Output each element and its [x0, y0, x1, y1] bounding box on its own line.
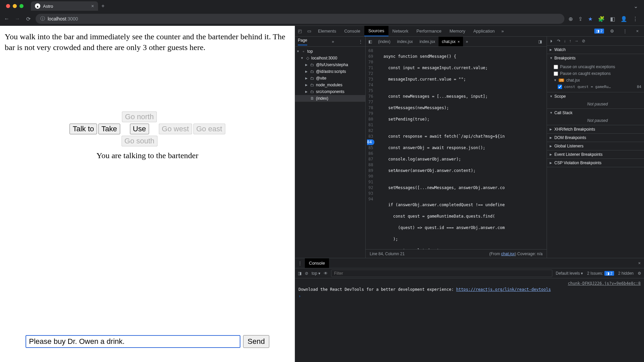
tree-host[interactable]: ▼◇localhost:3000 [295, 55, 365, 61]
tree-astro-scripts[interactable]: ▶🗀@id/astro:scripts [295, 68, 365, 75]
browser-tab[interactable]: ▲ Astro × [31, 1, 98, 11]
issues-badge[interactable]: ◨ 2 [594, 29, 604, 34]
tab-elements[interactable]: Elements [314, 26, 340, 36]
xhr-section[interactable]: ▶XHR/fetch Breakpoints [547, 125, 644, 133]
tab-sources[interactable]: Sources [364, 26, 388, 36]
forward-button[interactable]: → [14, 16, 21, 22]
tree-vite[interactable]: ▶🗀@vite [295, 75, 365, 82]
go-east-button[interactable]: Go east [193, 124, 225, 134]
console-sidebar-icon[interactable]: ◨ [298, 271, 302, 276]
use-button[interactable]: Use [130, 124, 149, 134]
devtools-menu-icon[interactable]: ⋮ [620, 29, 630, 34]
clear-console-icon[interactable]: ⊘ [305, 271, 308, 276]
scope-section[interactable]: ▼Scope [547, 92, 644, 100]
back-button[interactable]: ← [3, 16, 10, 22]
console-filter-input[interactable] [331, 270, 552, 277]
tab-memory[interactable]: Memory [446, 26, 469, 36]
tab-close-icon[interactable]: × [91, 3, 94, 9]
csp-bp-section[interactable]: ▶CSP Violation Breakpoints [547, 159, 644, 167]
go-north-button[interactable]: Go north [122, 111, 157, 122]
event-bp-section[interactable]: ▶Event Listener Breakpoints [547, 150, 644, 159]
dom-bp-section[interactable]: ▶DOM Breakpoints [547, 134, 644, 142]
tab-console[interactable]: Console [340, 26, 364, 36]
code-content[interactable]: async function sendMessage() { const inp… [376, 47, 547, 249]
more-editor-tabs-icon[interactable]: » [463, 39, 471, 44]
go-south-button[interactable]: Go south [122, 136, 157, 146]
source-file-link[interactable]: chat.jsx [501, 252, 515, 256]
tree-top[interactable]: ▼▫top [295, 48, 365, 55]
console-body[interactable]: chunk-DFKQJ226.js?v=9e6b4e8c:8 Download … [295, 278, 644, 362]
editor-tab-index[interactable]: (index) [375, 37, 394, 46]
resume-icon[interactable]: ⏵ [550, 39, 554, 43]
take-button[interactable]: Take [98, 124, 120, 134]
settings-icon[interactable]: ⚙ [607, 29, 617, 34]
react-devtools-link[interactable]: https://reactjs.org/link/react-devtools [456, 287, 551, 292]
inspect-icon[interactable]: ◰ [295, 29, 305, 34]
go-west-button[interactable]: Go west [159, 124, 192, 134]
tree-node-modules[interactable]: ▶🗀node_modules [295, 82, 365, 88]
tab-performance[interactable]: Performance [412, 26, 445, 36]
game-message-input[interactable] [26, 335, 240, 348]
profile-icon[interactable]: 👤 [620, 16, 627, 22]
breakpoints-section[interactable]: ▼Breakpoints [547, 54, 644, 62]
window-minimize-icon[interactable] [13, 4, 17, 8]
issues-count[interactable]: 2 Issues: ◨ 2 [587, 271, 614, 276]
pause-caught-checkbox[interactable] [554, 72, 558, 76]
extensions-icon[interactable]: 🧩 [598, 16, 605, 22]
toggle-nav-icon[interactable]: ◧ [366, 39, 375, 44]
breakpoint-file[interactable]: ▼JSchat.jsx [554, 77, 641, 84]
share-icon[interactable]: ⇪ [578, 16, 583, 22]
breakpoint-checkbox[interactable] [558, 85, 562, 89]
more-subtabs-icon[interactable]: » [332, 39, 334, 44]
menu-icon[interactable]: ⋮ [633, 16, 638, 22]
editor-tab-chatjsx[interactable]: chat.jsx× [439, 37, 463, 46]
console-prompt-icon[interactable]: › [298, 292, 641, 300]
close-drawer-icon[interactable]: × [635, 261, 644, 266]
pause-uncaught-checkbox[interactable] [554, 65, 558, 69]
console-context[interactable]: top ▾ [312, 271, 320, 276]
window-maximize-icon[interactable] [19, 4, 24, 8]
tab-application[interactable]: Application [469, 26, 499, 36]
log-levels-dropdown[interactable]: Default levels ▾ [556, 271, 583, 276]
code-editor[interactable]: 68697071 72737475 76777879 80818283 8485… [366, 47, 547, 249]
breakpoint-entry[interactable]: const quest = gameRu…84 [554, 84, 641, 90]
step-icon[interactable]: → [574, 39, 579, 43]
page-subtab[interactable]: Page [298, 38, 307, 45]
console-drawer-tab[interactable]: Console [305, 258, 329, 268]
tab-dropdown-icon[interactable]: ⌄ [634, 3, 641, 9]
line-gutter[interactable]: 68697071 72737475 76777879 80818283 8485… [366, 47, 376, 249]
close-tab-icon[interactable]: × [458, 40, 460, 44]
editor-tab-indexjsx2[interactable]: index.jsx [416, 37, 439, 46]
tab-network[interactable]: Network [388, 26, 413, 36]
hidden-count[interactable]: 2 hidden [618, 271, 634, 276]
tree-src-components[interactable]: ▶🗀src/components [295, 88, 365, 95]
site-info-icon[interactable]: ⓘ [40, 16, 45, 22]
deactivate-bp-icon[interactable]: ⊘ [582, 39, 585, 43]
device-icon[interactable]: ▭ [305, 29, 314, 34]
console-settings-icon[interactable]: ⚙ [638, 271, 641, 276]
tree-fs[interactable]: ▶🗀@fs/Users/stepha [295, 61, 365, 68]
step-over-icon[interactable]: ↷ [557, 39, 560, 43]
live-expression-icon[interactable]: 👁 [324, 271, 328, 276]
send-button[interactable]: Send [243, 335, 269, 348]
sidepanel-icon[interactable]: ◧ [610, 16, 615, 22]
toggle-sidebar-icon[interactable]: ◨ [536, 39, 545, 44]
editor-tab-indexjsx1[interactable]: index.jsx [394, 37, 416, 46]
devtools-close-icon[interactable]: × [633, 29, 641, 34]
nav-menu-icon[interactable]: ⋮ [359, 39, 363, 44]
talk-to-button[interactable]: Talk to [70, 124, 97, 134]
window-close-icon[interactable] [6, 4, 10, 8]
reload-button[interactable]: ⟳ [25, 16, 32, 22]
new-tab-button[interactable]: + [101, 3, 104, 9]
step-into-icon[interactable]: ↓ [564, 39, 566, 43]
url-input[interactable]: ⓘ localhost:3000 [36, 14, 564, 24]
bookmark-icon[interactable]: ★ [588, 16, 593, 22]
tree-index[interactable]: 🗎(index) [295, 95, 365, 102]
step-out-icon[interactable]: ↑ [569, 39, 571, 43]
log-source-link[interactable]: chunk-DFKQJ226.js?v=9e6b4e8c:8 [568, 281, 641, 286]
drawer-menu-icon[interactable]: ⋮ [295, 261, 305, 266]
watch-section[interactable]: ▶Watch [547, 46, 644, 54]
callstack-section[interactable]: ▼Call Stack [547, 109, 644, 117]
global-listeners-section[interactable]: ▶Global Listeners [547, 142, 644, 150]
more-tabs-icon[interactable]: » [499, 29, 506, 34]
